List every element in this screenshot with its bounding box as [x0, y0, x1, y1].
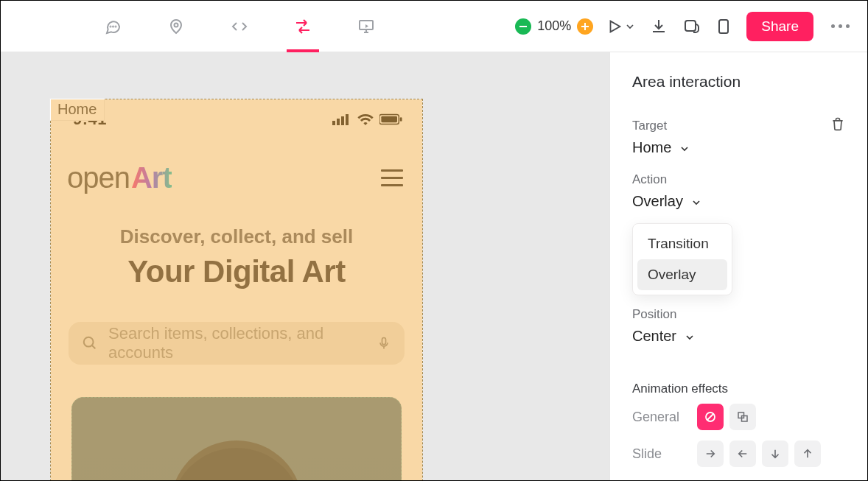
comments-icon[interactable]	[95, 9, 130, 44]
zoom-out-button[interactable]	[515, 18, 531, 35]
action-select[interactable]: Overlay	[632, 193, 845, 210]
target-label: Target	[632, 119, 667, 133]
frame-wrap: Home 9:41 openA	[50, 99, 423, 480]
slide-up[interactable]	[794, 440, 821, 467]
pin-icon[interactable]	[158, 9, 194, 44]
svg-rect-12	[341, 116, 344, 125]
svg-rect-5	[519, 26, 527, 27]
present-icon[interactable]	[349, 9, 384, 44]
menu-icon[interactable]	[381, 169, 403, 186]
logo-text-open: open	[67, 161, 130, 194]
zoom-cluster: 100%	[515, 18, 593, 35]
top-toolbar: 100% Share	[1, 1, 867, 52]
action-dropdown: Transition Overlay	[632, 223, 732, 295]
slide-right[interactable]	[697, 440, 724, 467]
action-value: Overlay	[632, 193, 683, 210]
slide-effects-row: Slide	[632, 440, 845, 467]
logo-row: openArt	[51, 133, 422, 208]
code-icon[interactable]	[222, 9, 257, 44]
share-button[interactable]: Share	[746, 12, 813, 41]
chevron-down-icon	[679, 143, 690, 155]
effect-none[interactable]	[697, 404, 724, 430]
signal-icon	[332, 113, 351, 125]
hero-image	[71, 397, 402, 480]
frame-home[interactable]: 9:41 openArt	[50, 99, 423, 480]
svg-rect-13	[346, 114, 349, 125]
target-select[interactable]: Home	[632, 139, 845, 156]
svg-point-2	[116, 26, 116, 27]
svg-rect-7	[584, 23, 586, 30]
tagline: Discover, collect, and sell	[51, 225, 422, 248]
device-icon[interactable]	[714, 17, 733, 36]
chevron-down-icon	[624, 21, 636, 32]
headline: Your Digital Art	[51, 254, 422, 289]
zoom-level[interactable]: 100%	[537, 18, 571, 34]
position-value: Center	[632, 328, 676, 345]
logo-text-art: Art	[131, 161, 172, 194]
chevron-down-icon	[684, 331, 696, 343]
interaction-icon[interactable]	[285, 9, 321, 44]
svg-rect-11	[337, 119, 340, 125]
effects-label: Animation effects	[632, 382, 845, 396]
search-bar[interactable]: Search items, collections, and accounts	[69, 322, 405, 365]
battery-icon	[379, 113, 403, 125]
action-label: Action	[632, 172, 845, 187]
svg-rect-8	[685, 21, 696, 31]
body: Home 9:41 openA	[1, 52, 867, 480]
frame-label[interactable]: Home	[49, 98, 105, 121]
search-icon	[82, 335, 98, 351]
status-bar: 9:41	[51, 99, 422, 133]
general-label: General	[632, 410, 691, 425]
canvas-area[interactable]: Home 9:41 openA	[1, 52, 609, 480]
target-value: Home	[632, 139, 671, 156]
svg-rect-10	[332, 121, 335, 125]
slide-label: Slide	[632, 446, 691, 462]
chevron-down-icon	[690, 197, 702, 208]
svg-rect-16	[400, 117, 402, 122]
zoom-in-button[interactable]	[577, 18, 593, 35]
slide-left[interactable]	[729, 440, 756, 467]
toolbar-right: 100% Share	[515, 12, 854, 41]
more-menu[interactable]	[827, 24, 854, 28]
svg-point-17	[84, 337, 94, 347]
logo: openArt	[67, 161, 172, 194]
position-select[interactable]: Center	[632, 328, 845, 345]
svg-point-1	[113, 26, 113, 27]
action-option-overlay[interactable]: Overlay	[637, 259, 727, 290]
mic-icon[interactable]	[377, 335, 391, 351]
svg-rect-18	[382, 338, 386, 345]
action-option-transition[interactable]: Transition	[637, 228, 727, 259]
play-cluster[interactable]	[606, 18, 636, 35]
svg-point-3	[175, 23, 178, 27]
effect-dissolve[interactable]	[729, 404, 756, 430]
search-placeholder: Search items, collections, and accounts	[108, 324, 366, 362]
svg-rect-9	[719, 20, 728, 33]
properties-panel: Area interaction Target Home Action Over…	[609, 52, 867, 480]
position-label: Position	[632, 307, 845, 322]
svg-point-0	[111, 26, 111, 27]
toolbar-left	[14, 9, 384, 44]
svg-rect-15	[381, 116, 397, 122]
panel-title: Area interaction	[632, 73, 845, 91]
history-icon[interactable]	[682, 17, 701, 36]
slide-down[interactable]	[762, 440, 788, 467]
general-effects-row: General	[632, 404, 845, 430]
wifi-icon	[357, 113, 374, 125]
download-icon[interactable]	[649, 17, 668, 36]
play-icon	[606, 18, 623, 35]
frame-content: 9:41 openArt	[51, 99, 422, 480]
delete-target-button[interactable]	[830, 116, 845, 131]
